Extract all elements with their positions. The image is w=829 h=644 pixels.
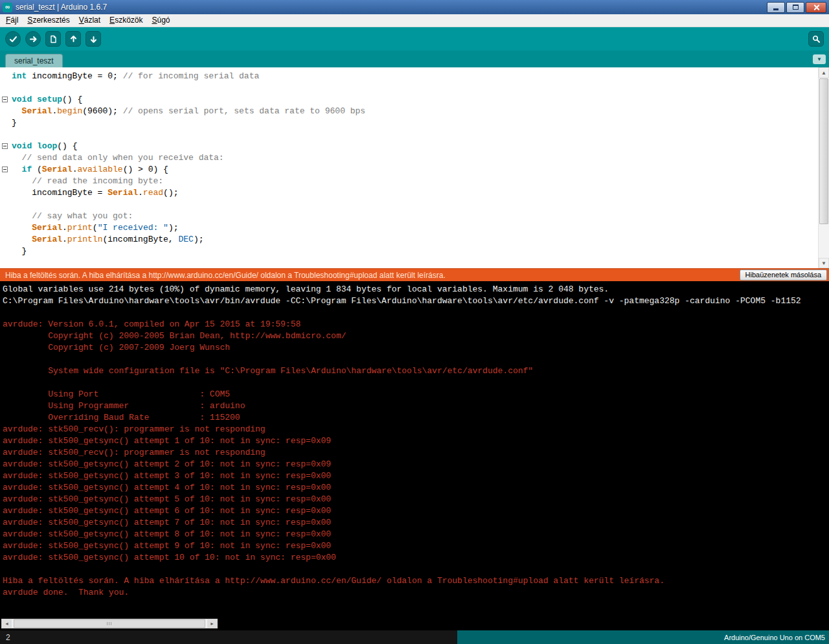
menu-item-fajl[interactable]: Fájl	[1, 14, 23, 27]
menu-item-vazlat[interactable]: Vázlat	[74, 14, 105, 27]
code-line: // read the incoming byte:	[0, 176, 818, 187]
console-line: C:\Program Files\Arduino\hardware\tools\…	[3, 295, 826, 307]
scroll-down-icon: ▼	[821, 260, 826, 266]
console-line: System wide configuration file is "C:\Pr…	[3, 365, 826, 377]
editor-gutter	[0, 141, 12, 152]
horizontal-scroll-track[interactable]	[12, 619, 207, 628]
editor-gutter	[0, 164, 12, 176]
code-editor: int incomingByte = 0; // for incoming se…	[0, 67, 829, 268]
maximize-button[interactable]	[786, 2, 804, 13]
toolbar	[0, 27, 829, 51]
open-button[interactable]	[65, 31, 81, 47]
maximize-icon	[793, 5, 799, 10]
upload-button[interactable]	[25, 31, 41, 47]
open-arrow-icon	[69, 35, 78, 43]
code-line: if (Serial.available() > 0) {	[0, 164, 818, 176]
code-line: Serial.println(incomingByte, DEC);	[0, 234, 818, 246]
scroll-left-button[interactable]: ◄	[2, 619, 12, 628]
console-line: avrdude: Version 6.0.1, compiled on Apr …	[3, 319, 826, 330]
new-document-icon	[49, 35, 58, 43]
console-line: Copyright (c) 2007-2009 Joerg Wunsch	[3, 342, 826, 354]
menu-item-eszkozok[interactable]: Eszközök	[105, 14, 147, 27]
editor-vertical-scrollbar[interactable]: ▲ ▼	[818, 67, 829, 268]
code-line: // say what you got:	[0, 211, 818, 222]
console-line: Hiba a feltöltés során. A hiba elhárítás…	[3, 575, 826, 587]
chevron-down-icon: ▼	[817, 56, 822, 62]
minimize-button[interactable]	[767, 2, 785, 13]
console-line: avrdude: stk500_getsync() attempt 2 of 1…	[3, 459, 826, 470]
menu-item-szerkesztes[interactable]: Szerkesztés	[23, 14, 74, 27]
editor-gutter	[0, 71, 12, 82]
save-arrow-icon	[89, 35, 98, 43]
console-line	[3, 377, 826, 389]
tab-bar: serial_teszt ▼	[0, 51, 829, 67]
vertical-scroll-thumb[interactable]	[819, 78, 828, 224]
console-line: avrdude: stk500_getsync() attempt 7 of 1…	[3, 517, 826, 529]
fold-marker-icon[interactable]	[2, 143, 8, 149]
editor-gutter	[0, 199, 12, 211]
code-line	[0, 82, 818, 94]
menu-bar: FájlSzerkesztésVázlatEszközökSúgó	[0, 14, 829, 27]
console-line: avrdude: stk500_getsync() attempt 10 of …	[3, 552, 826, 564]
console-line: Using Programmer : arduino	[3, 400, 826, 412]
code-line: int incomingByte = 0; // for incoming se…	[0, 71, 818, 82]
console-line: Copyright (c) 2000-2005 Brian Dean, http…	[3, 330, 826, 342]
editor-gutter	[0, 106, 12, 117]
editor-gutter	[0, 222, 12, 234]
code-line: Serial.print("I received: ");	[0, 222, 818, 234]
console-line: avrdude: stk500_recv(): programmer is no…	[3, 447, 826, 459]
scroll-up-icon: ▲	[821, 70, 826, 76]
console-line: avrdude done. Thank you.	[3, 587, 826, 599]
status-bar: 2 Arduino/Genuino Uno on COM5	[0, 630, 829, 644]
code-line: }	[0, 246, 818, 257]
console-line: avrdude: stk500_getsync() attempt 1 of 1…	[3, 435, 826, 447]
close-button[interactable]	[806, 2, 826, 13]
console-panel: Global variables use 214 bytes (10%) of …	[0, 281, 829, 630]
tab-serial-teszt[interactable]: serial_teszt	[5, 54, 63, 67]
check-icon	[9, 35, 17, 43]
save-button[interactable]	[85, 31, 101, 47]
editor-gutter	[0, 117, 12, 129]
horizontal-scroll-thumb[interactable]	[14, 619, 205, 628]
console-line: Global variables use 214 bytes (10%) of …	[3, 284, 826, 295]
code-line: incomingByte = Serial.read();	[0, 187, 818, 199]
console-line: Overriding Baud Rate : 115200	[3, 412, 826, 424]
editor-gutter	[0, 234, 12, 246]
status-board-info: Arduino/Genuino Uno on COM5	[457, 630, 829, 644]
editor-gutter	[0, 152, 12, 164]
console-line: avrdude: stk500_getsync() attempt 3 of 1…	[3, 470, 826, 482]
menu-item-sugo[interactable]: Súgó	[147, 14, 174, 27]
window-title: serial_teszt | Arduino 1.6.7	[16, 3, 107, 12]
fold-marker-icon[interactable]	[2, 167, 8, 172]
fold-marker-icon[interactable]	[2, 97, 8, 102]
verify-button[interactable]	[5, 31, 21, 47]
console-line: avrdude: stk500_recv(): programmer is no…	[3, 424, 826, 435]
console-line	[3, 564, 826, 575]
code-line: // send data only when you receive data:	[0, 152, 818, 164]
console-line: avrdude: stk500_getsync() attempt 6 of 1…	[3, 505, 826, 517]
code-line: void loop() {	[0, 141, 818, 152]
code-line: Serial.begin(9600); // opens serial port…	[0, 106, 818, 117]
console-line: avrdude: stk500_getsync() attempt 5 of 1…	[3, 494, 826, 505]
scroll-down-button[interactable]: ▼	[819, 258, 829, 268]
console-output[interactable]: Global variables use 214 bytes (10%) of …	[3, 284, 826, 599]
editor-code-area[interactable]: int incomingByte = 0; // for incoming se…	[0, 67, 818, 268]
console-horizontal-scrollbar[interactable]: ◄ ►	[1, 619, 218, 628]
magnifier-icon	[812, 35, 821, 43]
error-banner: Hiba a feltöltés során. A hiba elhárítás…	[0, 268, 829, 281]
console-line: avrdude: stk500_getsync() attempt 8 of 1…	[3, 529, 826, 540]
console-line: avrdude: stk500_getsync() attempt 4 of 1…	[3, 482, 826, 494]
window-controls	[767, 2, 826, 13]
editor-gutter	[0, 82, 12, 94]
scroll-left-icon: ◄	[5, 621, 9, 626]
serial-monitor-button[interactable]	[808, 31, 824, 47]
scroll-up-button[interactable]: ▲	[819, 67, 829, 78]
code-line	[0, 129, 818, 141]
new-sketch-button[interactable]	[45, 31, 61, 47]
tab-dropdown-button[interactable]: ▼	[813, 54, 826, 64]
copy-error-button[interactable]: Hibaüzenetek másolása	[740, 270, 827, 281]
editor-gutter	[0, 176, 12, 187]
editor-gutter	[0, 94, 12, 106]
minimize-icon	[773, 8, 778, 10]
scroll-right-button[interactable]: ►	[207, 619, 217, 628]
